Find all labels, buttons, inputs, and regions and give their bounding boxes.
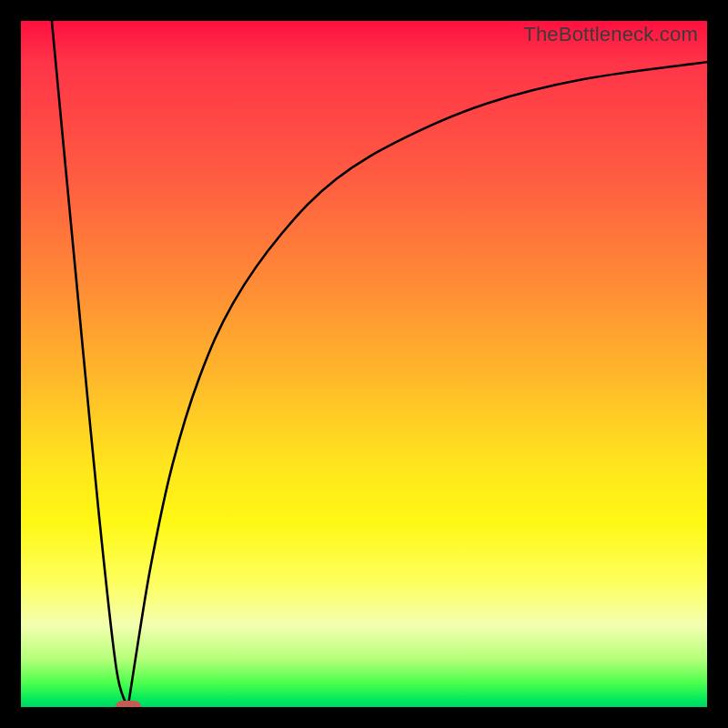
curve-right-branch: [128, 62, 707, 707]
plot-area: TheBottleneck.com: [21, 21, 707, 707]
curve-left-branch: [52, 21, 128, 707]
curve-layer: [21, 21, 707, 707]
minimum-marker: [116, 701, 141, 707]
chart-frame: TheBottleneck.com: [0, 0, 728, 728]
